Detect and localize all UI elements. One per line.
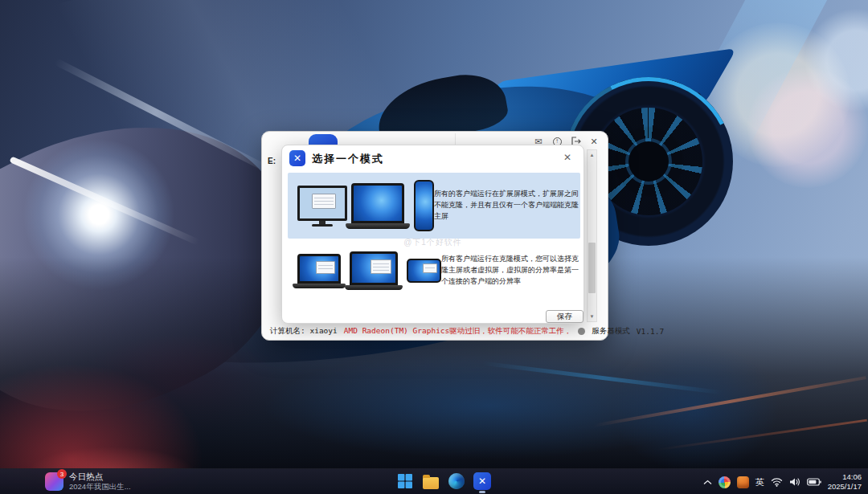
- status-bar: 计算机名: xiaoyi AMD Radeon(TM) Graphics驱动过旧…: [270, 326, 603, 337]
- mode-indicator-icon: [578, 328, 585, 335]
- monitor-thumbnail: [297, 186, 347, 227]
- file-explorer-button[interactable]: [421, 472, 440, 493]
- tray-pinwheel-icon[interactable]: [719, 476, 731, 488]
- desktop: E: ✉ ↑ ✕ ▲ ▼ 计算机名: xiaoyi AMD Radeon(TM)…: [0, 0, 868, 494]
- edge-browser-button[interactable]: [447, 472, 466, 493]
- phone-thumbnail: [407, 259, 441, 283]
- laptop-thumbnail: [297, 254, 346, 288]
- clock[interactable]: 14:06 2025/1/17: [828, 472, 862, 492]
- tray-chevron-up-icon[interactable]: [703, 480, 712, 485]
- taskbar: 3 今日热点 2024年我国出生...: [0, 468, 868, 494]
- start-button[interactable]: [395, 472, 415, 493]
- taskbar-center-icons: ✕: [395, 472, 492, 493]
- extend-mode-devices: [288, 180, 434, 231]
- version-label: V1.1.7: [637, 327, 664, 336]
- screen-app-icon: ✕: [473, 472, 491, 490]
- driver-warning: AMD Radeon(TM) Graphics驱动过旧，软件可能不能正常工作，: [344, 326, 572, 337]
- server-mode-label: 服务器模式: [592, 326, 630, 337]
- edge-icon: [448, 473, 465, 489]
- titlebar-divider: [455, 133, 456, 145]
- dialog-close-icon[interactable]: ✕: [561, 151, 574, 164]
- laptop-thumbnail: [351, 183, 410, 229]
- news-widget-icon: 3: [45, 472, 63, 491]
- battery-icon[interactable]: [807, 478, 821, 486]
- tray-orange-app-icon[interactable]: [737, 476, 749, 488]
- clone-mode-description: 所有客户端运行在克隆模式，您可以选择克隆主屏或者虚拟屏，虚拟屏的分辨率是第一个连…: [441, 254, 580, 288]
- tray-time: 14:06: [828, 472, 862, 482]
- choose-mode-dialog: ✕ 选择一个模式 ✕ 所有的客户端运行在扩展屏模式，扩展屏之间不能克隆，并且有且…: [281, 145, 584, 324]
- active-app-indicator: [479, 491, 485, 493]
- extend-mode-description: 所有的客户端运行在扩展屏模式，扩展屏之间不能克隆，并且有且仅有一个客户端端能克隆…: [434, 189, 579, 223]
- input-language-indicator[interactable]: 英: [755, 476, 764, 488]
- speaker-icon[interactable]: [789, 477, 800, 487]
- scrollbar-thumb[interactable]: [588, 243, 596, 293]
- mode-option-clone[interactable]: 所有客户端运行在克隆模式，您可以选择克隆主屏或者虚拟屏，虚拟屏的分辨率是第一个连…: [288, 246, 580, 296]
- news-widget-text: 今日热点 2024年我国出生...: [69, 472, 131, 492]
- screen-app-button[interactable]: ✕: [473, 472, 492, 493]
- clone-mode-devices: [288, 251, 441, 290]
- notification-badge: 3: [57, 469, 67, 479]
- save-button[interactable]: 保存: [546, 310, 583, 323]
- scrollbar-up-icon[interactable]: ▲: [588, 150, 596, 160]
- phone-thumbnail: [414, 180, 434, 231]
- close-window-icon[interactable]: ✕: [588, 136, 600, 147]
- tray-date: 2025/1/17: [828, 482, 862, 492]
- drive-label: E:: [268, 157, 276, 165]
- system-tray: 英 14:06: [703, 469, 862, 494]
- computer-name: 计算机名: xiaoyi: [270, 326, 338, 337]
- dialog-title: 选择一个模式: [312, 152, 384, 166]
- dialog-logo-icon: ✕: [289, 150, 305, 166]
- laptop-thumbnail: [350, 251, 403, 290]
- windows-start-icon: [396, 472, 414, 490]
- wifi-icon[interactable]: [771, 477, 783, 487]
- news-title: 今日热点: [69, 472, 131, 482]
- scrollbar-down-icon[interactable]: ▼: [588, 312, 596, 321]
- dialog-header: ✕ 选择一个模式 ✕: [282, 145, 583, 171]
- folder-icon: [423, 477, 439, 489]
- news-subtitle: 2024年我国出生...: [69, 482, 131, 492]
- scrollbar[interactable]: ▲ ▼: [587, 149, 597, 322]
- news-widget[interactable]: 3 今日热点 2024年我国出生...: [45, 472, 131, 492]
- mode-option-extend[interactable]: 所有的客户端运行在扩展屏模式，扩展屏之间不能克隆，并且有且仅有一个客户端端能克隆…: [288, 173, 580, 239]
